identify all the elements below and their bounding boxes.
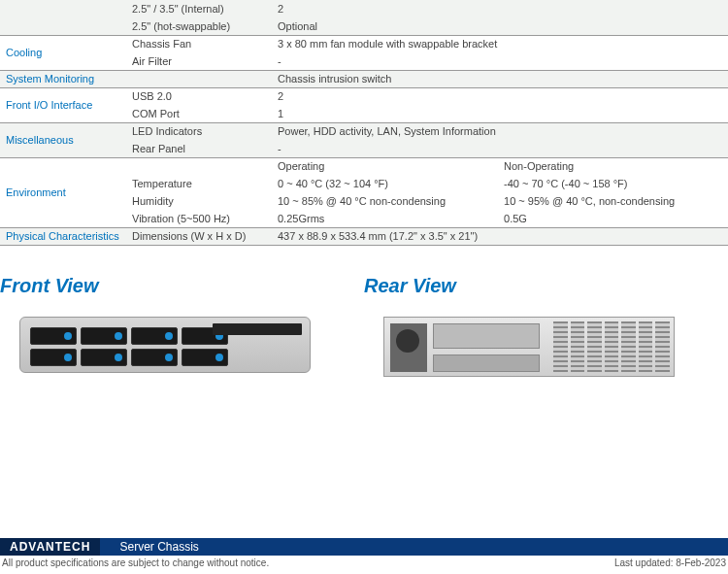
monitoring-val: Chassis intrusion switch	[272, 70, 728, 87]
phys-row: Physical Characteristics Dimensions (W x…	[0, 227, 728, 245]
rear-view-image	[383, 317, 675, 377]
footer-updated: Last updated: 8-Feb-2023	[614, 557, 726, 568]
storage-internal-sub: 2.5" / 3.5" (Internal)	[126, 0, 272, 17]
misc-label: Miscellaneous	[0, 122, 126, 157]
monitoring-label: System Monitoring	[0, 70, 126, 87]
brand-logo: ADVANTECH	[0, 538, 100, 556]
phys-val: 437 x 88.9 x 533.4 mm (17.2" x 3.5" x 21…	[272, 227, 728, 245]
misc-led-sub: LED Indicators	[126, 122, 272, 140]
storage-hotswap-sub: 2.5" (hot-swappable)	[126, 17, 272, 35]
cooling-fan-val: 3 x 80 mm fan module with swappable brac…	[272, 35, 728, 52]
misc-rear-sub: Rear Panel	[126, 140, 272, 157]
frontio-com-val: 1	[272, 105, 728, 122]
frontio-usb-val: 2	[272, 87, 728, 105]
storage-hotswap-row: 2.5" (hot-swappable) Optional	[0, 17, 728, 35]
misc-rear-val: -	[272, 140, 728, 157]
views-section: Front View Rear View	[0, 275, 728, 377]
env-head-nop: Non-Operating	[498, 157, 728, 175]
env-hum-nop: 10 ~ 95% @ 40 °C, non-condensing	[498, 192, 728, 210]
env-head-op: Operating	[272, 157, 498, 175]
env-temp-nop: -40 ~ 70 °C (-40 ~ 158 °F)	[498, 175, 728, 192]
phys-sub: Dimensions (W x H x D)	[126, 227, 272, 245]
misc-led-row: Miscellaneous LED Indicators Power, HDD …	[0, 122, 728, 140]
env-temp-sub: Temperature	[126, 175, 272, 192]
rear-view-title: Rear View	[364, 275, 728, 297]
front-view-image	[19, 317, 311, 373]
cooling-fan-row: Cooling Chassis Fan 3 x 80 mm fan module…	[0, 35, 728, 52]
cooling-label: Cooling	[0, 35, 126, 70]
storage-internal-val: 2	[272, 0, 728, 17]
footer: ADVANTECH Server Chassis All product spe…	[0, 538, 728, 568]
frontio-usb-row: Front I/O Interface USB 2.0 2	[0, 87, 728, 105]
frontio-usb-sub: USB 2.0	[126, 87, 272, 105]
frontio-label: Front I/O Interface	[0, 87, 126, 122]
env-head-row: Environment Operating Non-Operating	[0, 157, 728, 175]
env-vib-op: 0.25Grms	[272, 210, 498, 227]
cooling-filter-sub: Air Filter	[126, 52, 272, 70]
footer-disclaimer: All product specifications are subject t…	[2, 557, 269, 568]
storage-internal-row: 2.5" / 3.5" (Internal) 2	[0, 0, 728, 17]
cooling-fan-sub: Chassis Fan	[126, 35, 272, 52]
spec-table: 2.5" / 3.5" (Internal) 2 2.5" (hot-swapp…	[0, 0, 728, 246]
storage-hotswap-val: Optional	[272, 17, 728, 35]
misc-led-val: Power, HDD activity, LAN, System Informa…	[272, 122, 728, 140]
env-vib-sub: Vibration (5~500 Hz)	[126, 210, 272, 227]
env-hum-op: 10 ~ 85% @ 40 °C non-condensing	[272, 192, 498, 210]
footer-category: Server Chassis	[100, 540, 198, 554]
monitoring-row: System Monitoring Chassis intrusion swit…	[0, 70, 728, 87]
env-label: Environment	[0, 157, 126, 227]
phys-label: Physical Characteristics	[0, 227, 126, 245]
env-hum-sub: Humidity	[126, 192, 272, 210]
env-temp-op: 0 ~ 40 °C (32 ~ 104 °F)	[272, 175, 498, 192]
front-view-title: Front View	[0, 275, 364, 297]
cooling-filter-val: -	[272, 52, 728, 70]
env-vib-nop: 0.5G	[498, 210, 728, 227]
frontio-com-sub: COM Port	[126, 105, 272, 122]
